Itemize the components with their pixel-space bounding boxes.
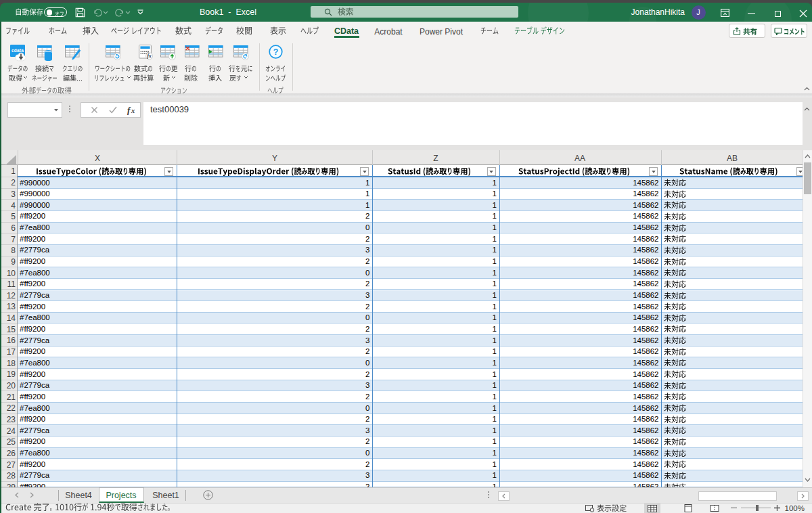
svg-text:fx: fx — [147, 53, 151, 59]
svg-text:?: ? — [273, 47, 279, 57]
svg-text:cdata: cdata — [12, 48, 24, 53]
